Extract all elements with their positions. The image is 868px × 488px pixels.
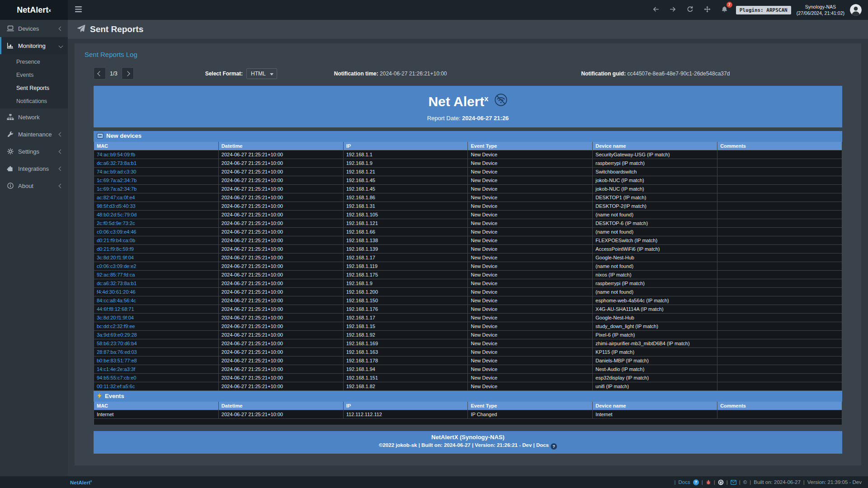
mac-link[interactable]: 2c:f0:5d:9e:73:2c [97, 221, 135, 226]
sidebar-toggle-button[interactable] [68, 0, 89, 20]
separator: | [726, 479, 728, 485]
github-icon[interactable] [718, 479, 724, 485]
mac-link[interactable]: dc:a6:32:73:8a:b1 [97, 281, 137, 286]
mac-link[interactable]: b0:be:83:51:77:e8 [97, 358, 137, 363]
section-title-new-devices: New devices [94, 131, 842, 142]
table-row: 00:11:32:ef:a5:6c2024-06-27 21:25:21+10:… [94, 382, 842, 391]
copyright-icon[interactable]: © [743, 479, 747, 485]
cell-device-name: raspberrypi (IP match) [593, 159, 717, 168]
separator: | [750, 479, 751, 485]
docs-question-icon[interactable]: ? [693, 479, 699, 485]
mac-link[interactable]: 84:cc:a8:4a:56:4c [97, 298, 136, 303]
cell-datetime: 2024-06-27 21:25:21+10:00 [218, 288, 343, 296]
page-indicator: 1/3 [110, 70, 118, 77]
cell-comments [717, 348, 842, 357]
cell-mac: dc:a6:32:73:8a:b1 [94, 159, 219, 168]
mac-link[interactable]: 3c:8d:20:f1:9f:04 [97, 255, 134, 260]
prev-page-button[interactable] [94, 67, 106, 80]
brand-logo[interactable]: NetAlertx [0, 0, 68, 20]
cell-event-type: New Device [468, 374, 593, 382]
next-page-button[interactable] [122, 67, 134, 80]
mac-link[interactable]: 48:b0:2d:5c:79:0d [97, 212, 137, 217]
table-row: 3c:8d:20:f1:9f:042024-06-27 21:25:21+10:… [94, 253, 842, 262]
table-row: bc:dd:c2:32:f9:ee2024-06-27 21:25:21+10:… [94, 322, 842, 331]
cell-ip: 192.168.1.163 [343, 348, 468, 357]
mac-link[interactable]: 3c:8d:20:f1:9f:04 [97, 315, 134, 320]
sidebar-item-network[interactable]: Network [0, 108, 68, 126]
laptop-icon [6, 25, 14, 32]
report-footer-title: NetAlertX (Synology-NAS) [94, 434, 842, 441]
mac-link[interactable]: f4:4d:30:61:20:46 [97, 289, 136, 295]
cell-mac: bc:dd:c2:32:f9:ee [94, 322, 219, 331]
chevron-down-icon [59, 43, 63, 48]
sidebar-item-monitoring[interactable]: Monitoring [0, 37, 68, 54]
bug-icon[interactable] [706, 479, 711, 485]
nav-forward-button[interactable] [667, 0, 679, 20]
cell-mac: 1c:69:7a:a2:34:7b [94, 185, 219, 193]
column-header: MAC [94, 142, 219, 150]
cell-device-name: zhimi-airpurifier-mb3_mibtD6B4 (IP match… [593, 339, 717, 348]
sidebar-item-settings[interactable]: Settings [0, 143, 68, 160]
mac-link[interactable]: c0:06:c3:09:e4:46 [97, 229, 136, 235]
avatar[interactable] [850, 4, 862, 16]
mac-link[interactable]: 1c:69:7a:a2:34:7b [97, 186, 137, 192]
mac-link[interactable]: 14:c1:4e:2e:a3:3f [97, 366, 135, 372]
sidebar-item-label: Settings [18, 148, 39, 155]
refresh-icon [687, 6, 693, 14]
bell-icon [721, 6, 728, 14]
column-header: Datetime [218, 142, 343, 150]
mac-link[interactable]: 98:5f:d3:d5:40:33 [97, 203, 136, 209]
table-row: 28:87:ba:76:ed:032024-06-27 21:25:21+10:… [94, 348, 842, 357]
docs-question-icon[interactable]: ? [551, 443, 557, 450]
mac-link[interactable]: bc:dd:c2:32:f9:ee [97, 324, 135, 329]
notification-time: Notification time: 2024-06-27 21:26:21+1… [334, 70, 447, 77]
cell-ip: 192.168.1.138 [343, 236, 468, 245]
mac-link[interactable]: c0:06:c3:09:de:e2 [97, 263, 136, 269]
sidebar-item-devices[interactable]: Devices [0, 20, 68, 37]
mac-link[interactable]: 58:b6:23:70:d6:b4 [97, 341, 137, 346]
mac-link[interactable]: 74:ac:b9:ad:c3:30 [97, 169, 136, 174]
cell-device-name: DESKTOP1 (IP match) [593, 193, 717, 202]
paper-plane-icon [77, 24, 85, 34]
mail-icon[interactable] [731, 480, 736, 485]
mac-link[interactable]: 3a:9d:69:e0:29:28 [97, 332, 137, 338]
move-button[interactable] [702, 0, 713, 20]
mac-link[interactable]: 74:ac:b9:54:09:fb [97, 152, 135, 157]
mac-link[interactable]: d0:21:f9:8c:59:f9 [97, 246, 134, 252]
footer-version: Version: 21:39:05 - Dev [807, 479, 862, 485]
cell-event-type: New Device [468, 176, 593, 185]
cell-datetime: 2024-06-27 21:25:21+10:00 [218, 262, 343, 271]
section-title-events: Events [94, 391, 842, 402]
sidebar-item-notifications[interactable]: Notifications [0, 94, 68, 108]
mac-link[interactable]: 92:ac:85:77:fd:ca [97, 272, 135, 277]
refresh-button[interactable] [684, 0, 696, 20]
table-row: 84:cc:a8:4a:56:4c2024-06-27 21:25:21+10:… [94, 296, 842, 305]
column-header: IP [343, 142, 468, 150]
footer-brand[interactable]: NetAlertx [70, 479, 92, 485]
sidebar-item-sent-reports[interactable]: Sent Reports [0, 81, 68, 94]
mac-link[interactable]: 94:b5:55:c7:cb:e0 [97, 375, 136, 380]
mac-link[interactable]: 1c:69:7a:a2:34:7b [97, 178, 137, 183]
sidebar-item-maintenance[interactable]: Maintenance [0, 126, 68, 143]
cell-device-name: jokob-NUC (IP match) [593, 176, 717, 185]
mac-link[interactable]: 00:11:32:ef:a5:6c [97, 384, 135, 389]
mac-link[interactable]: dc:a6:32:73:8a:b1 [97, 160, 137, 166]
mac-link[interactable]: 28:87:ba:76:ed:03 [97, 349, 137, 355]
notifications-button[interactable]: 7 [719, 0, 731, 20]
footer-docs-link[interactable]: Docs [679, 479, 690, 485]
mac-link[interactable]: 44:6f:f8:12:68:71 [97, 306, 134, 312]
mac-link[interactable]: d0:21:f9:b4:ca:0b [97, 238, 135, 243]
sidebar-item-events[interactable]: Events [0, 68, 68, 81]
sidebar-item-about[interactable]: About [0, 177, 68, 194]
nav-back-button[interactable] [650, 0, 662, 20]
sub-item-label: Notifications [16, 98, 47, 104]
cell-ip: 192.168.1.150 [343, 296, 468, 305]
cell-device-name: Google-Nest-Hub [593, 253, 717, 262]
cell-event-type: New Device [468, 305, 593, 314]
sidebar-item-integrations[interactable]: Integrations [0, 160, 68, 177]
mac-link[interactable]: ac:82:47:ca:0f:e4 [97, 195, 135, 200]
format-select[interactable]: HTML [246, 68, 277, 79]
plugins-status-chip[interactable]: Plugins: ARPSCAN [736, 6, 791, 14]
sidebar-item-presence[interactable]: Presence [0, 55, 68, 68]
cell-mac: d0:21:f9:8c:59:f9 [94, 245, 219, 253]
